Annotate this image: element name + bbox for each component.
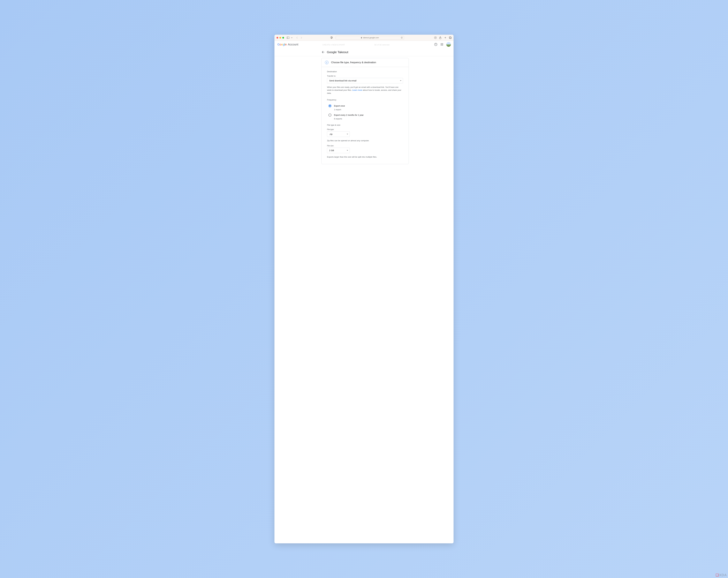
tab-overview-icon[interactable]: [449, 36, 451, 39]
url-text: takeout.google.com: [363, 37, 379, 39]
privacy-shield-icon[interactable]: [330, 36, 333, 39]
filetype-heading: File type & size: [327, 124, 403, 126]
page-title: Google Takeout: [327, 50, 348, 54]
file-type-select[interactable]: .zip: [327, 131, 350, 137]
file-type-help: Zip files can be opened on almost any co…: [327, 139, 403, 142]
nav-forward-icon[interactable]: [300, 36, 303, 39]
frequency-bimonthly-subtext: 6 exports: [334, 118, 403, 120]
frequency-option-bimonthly[interactable]: Export every 2 months for 1 year: [327, 112, 403, 117]
learn-more-link[interactable]: Learn more: [352, 89, 362, 91]
lock-icon: [361, 37, 362, 39]
window-controls: [277, 37, 284, 39]
minimize-window-button[interactable]: [279, 37, 281, 39]
chevron-down-icon[interactable]: [290, 36, 293, 39]
caret-down-icon: [400, 80, 401, 81]
file-size-select[interactable]: 2 GB: [327, 148, 350, 153]
file-type-value: .zip: [329, 133, 333, 135]
caret-down-icon: [347, 150, 348, 151]
downloads-icon[interactable]: [434, 36, 437, 39]
radio-unchecked-icon: [329, 114, 331, 117]
browser-titlebar: takeout.google.com: [275, 35, 453, 41]
file-type-label: File type:: [327, 128, 403, 130]
frequency-option-once[interactable]: Export once: [327, 103, 403, 107]
frequency-bimonthly-label: Export every 2 months for 1 year: [334, 114, 364, 116]
card-title: Choose file type, frequency & destinatio…: [331, 61, 376, 64]
file-size-value: 2 GB: [329, 149, 334, 152]
svg-rect-0: [287, 37, 289, 39]
frequency-once-subtext: 1 export: [334, 108, 403, 111]
address-bar[interactable]: takeout.google.com: [336, 36, 404, 40]
svg-rect-2: [361, 37, 362, 39]
frequency-heading: Frequency: [327, 99, 403, 101]
reload-icon[interactable]: [401, 37, 403, 39]
card-header: 2 Choose file type, frequency & destinat…: [321, 58, 409, 67]
sidebar-toggle-icon[interactable]: [287, 36, 289, 39]
caret-down-icon: [347, 134, 348, 134]
transfer-to-select[interactable]: Send download link via email: [327, 78, 403, 83]
destination-heading: Destination: [327, 71, 403, 73]
file-size-help: Exports larger than this size will be sp…: [327, 155, 403, 158]
frequency-once-label: Export once: [334, 105, 345, 107]
new-tab-icon[interactable]: [444, 36, 446, 39]
back-arrow-icon[interactable]: [321, 50, 325, 54]
export-step-card: 2 Choose file type, frequency & destinat…: [321, 58, 409, 164]
nav-back-icon[interactable]: [296, 36, 298, 39]
transfer-to-value: Send download link via email: [329, 79, 357, 82]
content-area: 2 Choose file type, frequency & destinat…: [275, 56, 453, 543]
radio-checked-icon: [329, 104, 331, 107]
transfer-to-label: Transfer to:: [327, 75, 403, 77]
file-size-label: File size:: [327, 145, 403, 147]
page-subheader: CREATE A NEW EXPORT 50 of 50 selected Go…: [275, 48, 453, 56]
maximize-window-button[interactable]: [282, 37, 284, 39]
xda-watermark: ❑XDA: [716, 573, 727, 577]
share-icon[interactable]: [439, 36, 442, 39]
step-number-badge: 2: [325, 61, 329, 64]
destination-help-text: When your files are ready, you'll get an…: [327, 86, 403, 95]
faded-previous-step: CREATE A NEW EXPORT 50 of 50 selected: [275, 42, 453, 48]
browser-window: takeout.google.com Google Account: [275, 35, 453, 543]
close-window-button[interactable]: [277, 37, 278, 39]
